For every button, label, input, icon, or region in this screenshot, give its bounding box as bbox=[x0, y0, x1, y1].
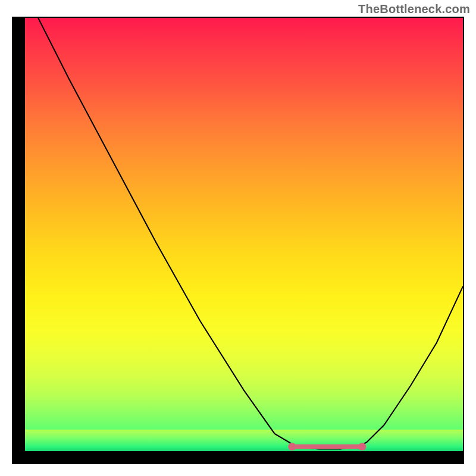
svg-point-2 bbox=[358, 443, 366, 450]
plot-frame bbox=[12, 17, 464, 464]
chart-container: TheBottleneck.com bbox=[0, 0, 476, 476]
svg-point-1 bbox=[288, 443, 296, 450]
chart-overlay bbox=[25, 18, 463, 451]
plot-area bbox=[25, 18, 463, 451]
watermark-text: TheBottleneck.com bbox=[358, 2, 470, 16]
curve-line bbox=[38, 18, 463, 449]
